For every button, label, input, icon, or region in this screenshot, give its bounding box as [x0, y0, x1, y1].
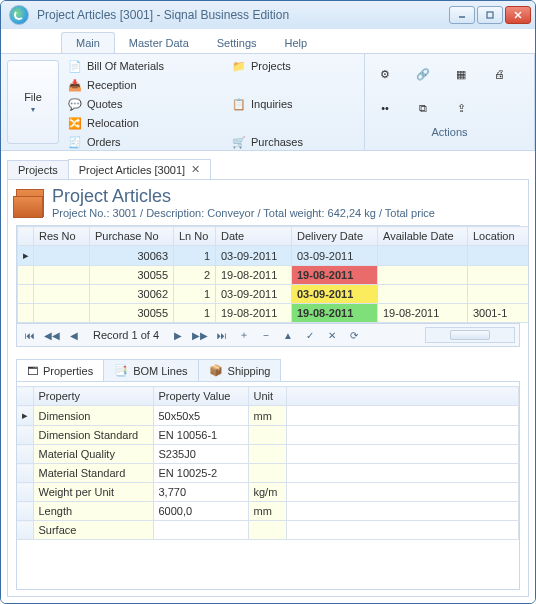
ribbon-tab-settings[interactable]: Settings	[203, 33, 271, 53]
nav-first[interactable]: ⏮	[21, 327, 39, 343]
nav-cancel[interactable]: ✕	[323, 327, 341, 343]
cell-property-value[interactable]: 3,770	[153, 483, 248, 502]
nav-refresh[interactable]: ⟳	[345, 327, 363, 343]
cell-unit[interactable]	[248, 464, 286, 483]
table-row[interactable]: Surface	[17, 521, 519, 540]
nav-next-page[interactable]: ▶▶	[191, 327, 209, 343]
cell-available-date[interactable]	[378, 246, 468, 266]
cell-ln-no[interactable]: 1	[174, 285, 216, 304]
minimize-button[interactable]	[449, 6, 475, 24]
nav-prev-page[interactable]: ◀◀	[43, 327, 61, 343]
table-row[interactable]: Material QualityS235J0	[17, 445, 519, 464]
row-marker[interactable]	[17, 445, 33, 464]
cell-property-value[interactable]: 6000,0	[153, 502, 248, 521]
module-orders[interactable]: 🧾Orders	[67, 134, 217, 150]
module-reception[interactable]: 📥Reception	[67, 77, 217, 93]
cell-available-date[interactable]	[378, 266, 468, 285]
detail-tab-properties[interactable]: 🗔Properties	[16, 359, 104, 381]
row-marker[interactable]: ▸	[18, 246, 34, 266]
cell-property[interactable]: Length	[33, 502, 153, 521]
action-btn-5[interactable]: ••	[373, 96, 397, 120]
articles-grid[interactable]: Res No Purchase No Ln No Date Delivery D…	[16, 225, 520, 324]
module-relocation[interactable]: 🔀Relocation	[67, 115, 217, 131]
cell-unit[interactable]: mm	[248, 502, 286, 521]
table-row[interactable]: ▸Dimension50x50x5mm	[17, 406, 519, 426]
action-btn-3[interactable]: ▦	[449, 62, 473, 86]
row-marker[interactable]	[18, 285, 34, 304]
cell-unit[interactable]: kg/m	[248, 483, 286, 502]
properties-grid[interactable]: Property Property Value Unit ▸Dimension5…	[17, 386, 519, 540]
cell-date[interactable]: 03-09-2011	[216, 246, 292, 266]
cell-delivery-date[interactable]: 19-08-2011	[292, 304, 378, 323]
row-marker[interactable]	[17, 483, 33, 502]
cell-location[interactable]	[468, 266, 530, 285]
cell-location[interactable]	[468, 285, 530, 304]
cell-ln-no[interactable]: 1	[174, 304, 216, 323]
file-menu-button[interactable]: File ▾	[7, 60, 59, 144]
cell-property-value[interactable]	[153, 521, 248, 540]
cell-location[interactable]: 3001-1	[468, 304, 530, 323]
col-unit[interactable]: Unit	[248, 387, 286, 406]
cell-property-value[interactable]: EN 10025-2	[153, 464, 248, 483]
table-row[interactable]: Length6000,0mm	[17, 502, 519, 521]
action-btn-7[interactable]: ⇪	[449, 96, 473, 120]
cell-purchase-no[interactable]: 30063	[90, 246, 174, 266]
col-ln-no[interactable]: Ln No	[174, 227, 216, 246]
action-btn-1[interactable]: ⚙	[373, 62, 397, 86]
cell-property[interactable]: Dimension Standard	[33, 426, 153, 445]
ribbon-tab-master-data[interactable]: Master Data	[115, 33, 203, 53]
h-scrollbar[interactable]	[425, 327, 515, 343]
table-row[interactable]: Dimension StandardEN 10056-1	[17, 426, 519, 445]
ribbon-tab-main[interactable]: Main	[61, 32, 115, 53]
row-selector-header[interactable]	[18, 227, 34, 246]
cell-res-no[interactable]	[34, 285, 90, 304]
doc-tab-project-articles[interactable]: Project Articles [3001] ✕	[68, 159, 211, 179]
col-date[interactable]: Date	[216, 227, 292, 246]
detail-tab-shipping[interactable]: 📦Shipping	[198, 359, 282, 381]
table-row[interactable]: ▸30063103-09-201103-09-2011	[18, 246, 530, 266]
row-marker[interactable]	[17, 521, 33, 540]
col-location[interactable]: Location	[468, 227, 530, 246]
cell-date[interactable]: 19-08-2011	[216, 304, 292, 323]
module-projects[interactable]: 📁Projects	[231, 58, 356, 74]
nav-add[interactable]: ＋	[235, 327, 253, 343]
cell-property[interactable]: Material Standard	[33, 464, 153, 483]
cell-available-date[interactable]: 19-08-2011	[378, 304, 468, 323]
cell-res-no[interactable]	[34, 304, 90, 323]
col-available-date[interactable]: Available Date	[378, 227, 468, 246]
cell-purchase-no[interactable]: 30055	[90, 304, 174, 323]
nav-edit[interactable]: ▲	[279, 327, 297, 343]
close-button[interactable]	[505, 6, 531, 24]
close-tab-icon[interactable]: ✕	[191, 163, 200, 176]
row-marker[interactable]: ▸	[17, 406, 33, 426]
col-delivery-date[interactable]: Delivery Date	[292, 227, 378, 246]
action-btn-2[interactable]: 🔗	[411, 62, 435, 86]
nav-next[interactable]: ▶	[169, 327, 187, 343]
action-btn-4[interactable]: 🖨	[487, 62, 511, 86]
col-purchase-no[interactable]: Purchase No	[90, 227, 174, 246]
cell-ln-no[interactable]: 2	[174, 266, 216, 285]
doc-tab-projects[interactable]: Projects	[7, 160, 69, 179]
nav-commit[interactable]: ✓	[301, 327, 319, 343]
maximize-button[interactable]	[477, 6, 503, 24]
cell-available-date[interactable]	[378, 285, 468, 304]
module-purchases[interactable]: 🛒Purchases	[231, 134, 356, 150]
cell-purchase-no[interactable]: 30062	[90, 285, 174, 304]
cell-unit[interactable]	[248, 426, 286, 445]
cell-delivery-date[interactable]: 03-09-2011	[292, 285, 378, 304]
cell-date[interactable]: 03-09-2011	[216, 285, 292, 304]
cell-property-value[interactable]: S235J0	[153, 445, 248, 464]
cell-date[interactable]: 19-08-2011	[216, 266, 292, 285]
cell-unit[interactable]	[248, 521, 286, 540]
cell-property[interactable]: Dimension	[33, 406, 153, 426]
table-row[interactable]: Material StandardEN 10025-2	[17, 464, 519, 483]
row-marker[interactable]	[17, 426, 33, 445]
module-quotes[interactable]: 💬Quotes	[67, 96, 217, 112]
scroll-thumb[interactable]	[450, 330, 490, 340]
cell-location[interactable]	[468, 246, 530, 266]
action-btn-6[interactable]: ⧉	[411, 96, 435, 120]
detail-tab-bom-lines[interactable]: 📑BOM Lines	[103, 359, 198, 381]
cell-property-value[interactable]: 50x50x5	[153, 406, 248, 426]
cell-property[interactable]: Weight per Unit	[33, 483, 153, 502]
row-marker[interactable]	[17, 464, 33, 483]
